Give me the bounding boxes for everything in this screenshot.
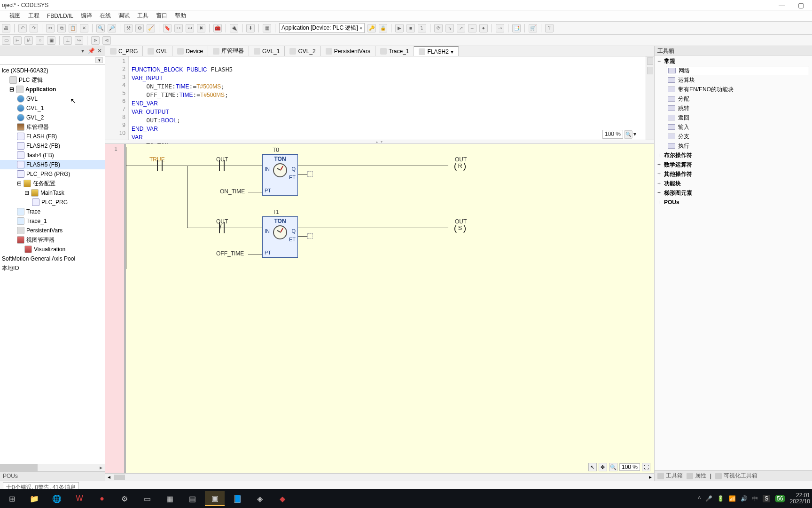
next-bookmark-icon[interactable]: ↦: [174, 24, 183, 32]
app6-icon[interactable]: ◈: [250, 491, 270, 506]
cursor-tool-icon[interactable]: ↖: [588, 463, 597, 471]
pan-tool-icon[interactable]: ✥: [599, 463, 607, 471]
toolbox-tree[interactable]: −常规 网络 运算块 带有EN/ENO的功能块 分配 跳转 返回 输入 分支 执…: [655, 56, 812, 470]
maximize-button[interactable]: ▢: [791, 1, 810, 9]
tab-dropdown-icon[interactable]: ▾: [451, 48, 453, 55]
project-tree[interactable]: ice (XSDH-60A32) PLC 逻辑 ⊟Application GVL…: [0, 65, 105, 464]
zoom-tool-icon[interactable]: 🔍: [609, 463, 617, 471]
contact-true[interactable]: [155, 160, 164, 171]
undo-icon[interactable]: ↶: [18, 24, 27, 32]
coil-icon[interactable]: ○: [36, 36, 44, 45]
app3-icon[interactable]: ▤: [182, 491, 202, 506]
neg-contact-icon[interactable]: ⊬: [24, 36, 33, 45]
ladder-zoom-value[interactable]: 100 %: [619, 463, 640, 471]
code-area[interactable]: FUNCTION_BLOCK PUBLIC FLASH5 VAR_INPUT O…: [129, 56, 646, 140]
menu-help[interactable]: 帮助: [175, 12, 186, 20]
logout-icon[interactable]: 🔒: [379, 24, 387, 32]
tree-taskcfg[interactable]: ⊟任务配置: [0, 179, 105, 188]
replace-icon[interactable]: 🔎: [108, 24, 116, 32]
help-icon[interactable]: ?: [545, 24, 554, 32]
system-tray[interactable]: ^ 🎤 🔋 📶 🔊 中 S 56 22:01 2022/10: [698, 492, 810, 505]
cart-icon[interactable]: 🛒: [529, 24, 537, 32]
tab-flash2[interactable]: FLASH2▾: [414, 46, 458, 56]
menu-online[interactable]: 在线: [100, 12, 111, 20]
tree-visualization[interactable]: Visualization: [0, 245, 105, 254]
contact-out[interactable]: [217, 160, 226, 171]
battery-icon[interactable]: 🔋: [717, 495, 724, 502]
scroll-left-icon[interactable]: ◂: [105, 474, 113, 480]
tree-libmgr[interactable]: 库管理器: [0, 122, 105, 132]
tab-trace1[interactable]: Trace_1: [375, 46, 414, 56]
app-icon[interactable]: ▦: [263, 24, 271, 32]
tree-application[interactable]: ⊟Application: [0, 85, 105, 94]
ladder-canvas[interactable]: TRUE OUT T0 TON IN Q ET PT: [126, 144, 654, 473]
toolbox-item-return[interactable]: 返回: [655, 113, 812, 122]
sound-icon[interactable]: 🔊: [741, 495, 748, 502]
tab-gvl[interactable]: GVL: [143, 46, 172, 56]
tree-plcprg[interactable]: PLC_PRG (PRG): [0, 169, 105, 179]
block-t1[interactable]: TON IN Q ET PT: [262, 216, 298, 258]
tree-localio[interactable]: 本地IO: [0, 263, 105, 273]
cut-icon[interactable]: ✂: [46, 24, 55, 32]
splitter[interactable]: ▴ ▾: [105, 140, 654, 144]
toolbox-item-jump[interactable]: 跳转: [655, 103, 812, 113]
tree-flash2[interactable]: FLASH2 (FB): [0, 141, 105, 151]
paste-icon[interactable]: 📋: [69, 24, 77, 32]
tree-gvl1[interactable]: GVL_1: [0, 103, 105, 113]
clean-icon[interactable]: 🧹: [147, 24, 155, 32]
tab-gvl1[interactable]: GVL_1: [249, 46, 285, 56]
toolbox-cat-other[interactable]: +其他操作符: [655, 169, 812, 179]
tree-maintask[interactable]: ⊟MainTask: [0, 188, 105, 198]
scroll-thumb[interactable]: [0, 464, 38, 471]
tab-toolbox[interactable]: 工具箱: [657, 472, 683, 480]
toolbox-item-exec[interactable]: 执行: [655, 141, 812, 151]
menu-fbd[interactable]: FBD/LD/IL: [47, 13, 73, 19]
breakpoint-icon[interactable]: ●: [479, 24, 488, 32]
menu-view[interactable]: 视图: [9, 12, 21, 20]
bookmark-icon[interactable]: 🔖: [163, 24, 172, 32]
codesys-taskbar-icon[interactable]: ◆: [273, 491, 292, 506]
toolbox-cat-math[interactable]: +数学运算符: [655, 160, 812, 169]
jump-icon[interactable]: ↪: [75, 36, 83, 45]
redo-icon[interactable]: ↷: [30, 24, 38, 32]
step-into-icon[interactable]: ↘: [445, 24, 454, 32]
branch-icon[interactable]: ⊥: [63, 36, 72, 45]
start-button[interactable]: ⊞: [2, 491, 22, 506]
toolbox-cat-general[interactable]: −常规: [655, 56, 812, 66]
tree-plcprg-task[interactable]: PLC_PRG: [0, 198, 105, 207]
prev-bookmark-icon[interactable]: ↤: [186, 24, 194, 32]
ime-badge[interactable]: 56: [775, 495, 785, 502]
chevron-up-icon[interactable]: ^: [698, 495, 701, 502]
scroll-thumb[interactable]: [114, 475, 125, 480]
coil-set[interactable]: S: [455, 223, 465, 233]
app1-icon[interactable]: ▭: [137, 491, 157, 506]
zoom-value[interactable]: 100 %: [602, 130, 623, 139]
toolbox-item-assign[interactable]: 分配: [655, 94, 812, 103]
tab-device[interactable]: Device: [172, 46, 208, 56]
code-editor[interactable]: 12345 678910 FUNCTION_BLOCK PUBLIC FLASH…: [105, 56, 654, 140]
toolbox-icon[interactable]: 🧰: [213, 24, 222, 32]
wifi-icon[interactable]: 📶: [729, 495, 736, 502]
zoom-dd[interactable]: ▾: [633, 130, 636, 138]
code-vscroll[interactable]: [646, 56, 654, 140]
rebuild-icon[interactable]: ⚙: [135, 24, 144, 32]
toolbox-cat-fb[interactable]: +功能块: [655, 179, 812, 188]
toolbox-item-block[interactable]: 运算块: [655, 75, 812, 85]
view-mode-1-icon[interactable]: [647, 57, 653, 65]
ladder-hscroll[interactable]: ◂ ▸: [105, 473, 654, 481]
ladder-editor[interactable]: 1 TRUE OUT T0 TON: [105, 144, 654, 473]
menu-tools[interactable]: 工具: [137, 12, 148, 20]
step-over-icon[interactable]: ⟳: [434, 24, 443, 32]
scroll-right-icon[interactable]: ▸: [97, 464, 105, 471]
input-icon[interactable]: ⊳: [91, 36, 100, 45]
app2-icon[interactable]: ▦: [160, 491, 180, 506]
tree-viewmgr[interactable]: 视图管理器: [0, 235, 105, 245]
zoom-icon[interactable]: 🔍: [624, 130, 632, 139]
tree-trace1[interactable]: Trace_1: [0, 216, 105, 226]
print-icon[interactable]: 🖶: [2, 24, 10, 32]
block-t0[interactable]: TON IN Q ET PT: [262, 154, 298, 196]
tab-properties[interactable]: 属性: [687, 472, 706, 480]
dropdown-icon[interactable]: ▾: [79, 48, 86, 54]
clear-bookmark-icon[interactable]: ✖: [197, 24, 205, 32]
contact-icon[interactable]: ⊢: [13, 36, 22, 45]
